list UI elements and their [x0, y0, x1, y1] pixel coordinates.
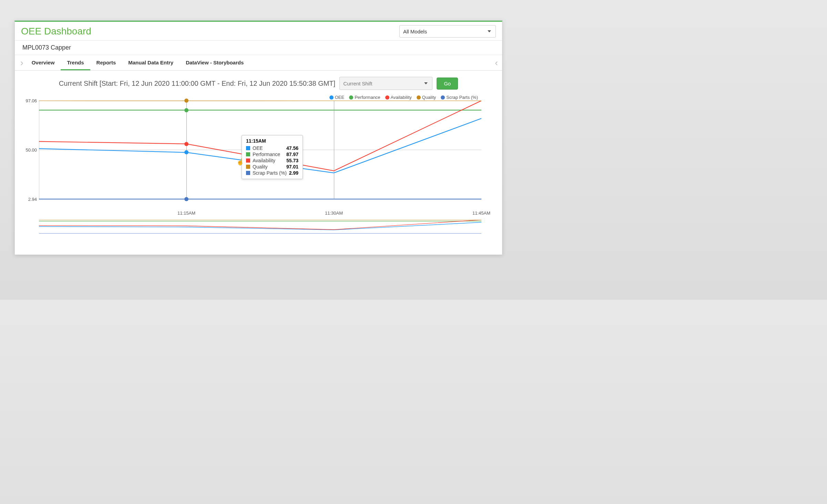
shift-range-text: Current Shift [Start: Fri, 12 Jun 2020 1… — [59, 80, 335, 88]
tooltip-label: Availability — [253, 158, 284, 163]
tooltip-label: OEE — [253, 145, 284, 151]
x-tick: 11:15AM — [177, 210, 195, 216]
tooltip-row: Availability 55.73 — [246, 157, 298, 164]
model-select[interactable] — [399, 25, 496, 38]
machine-name: MPL0073 Capper — [15, 41, 502, 55]
tooltip-swatch-icon — [246, 152, 250, 156]
tooltip-label: Scrap Parts (%) — [253, 170, 287, 176]
chart-legend: OEEPerformanceAvailabilityQualityScrap P… — [15, 93, 502, 101]
data-point — [184, 99, 188, 103]
data-point — [184, 142, 188, 146]
chevron-right-icon[interactable]: ‹ — [493, 57, 500, 69]
tooltip-row: Quality 97.01 — [246, 164, 298, 170]
x-tick: 11:45AM — [472, 210, 490, 216]
shift-row: Current Shift [Start: Fri, 12 Jun 2020 1… — [15, 71, 502, 93]
legend-item-scrap-parts-[interactable]: Scrap Parts (%) — [441, 95, 478, 100]
hover-line — [186, 101, 187, 199]
tooltip-time: 11:15AM — [246, 138, 298, 144]
main-chart[interactable]: 97.0650.002.9411:15AM11:30AM11:45AM11:15… — [39, 101, 481, 207]
tooltip-value: 47.56 — [286, 145, 298, 151]
legend-item-quality[interactable]: Quality — [417, 95, 436, 100]
x-tick: 11:30AM — [325, 210, 343, 216]
y-tick: 2.94 — [20, 197, 37, 202]
context-chart[interactable] — [39, 220, 481, 234]
tooltip-value: 2.99 — [289, 170, 298, 176]
chart-tooltip: 11:15AM OEE 47.56 Performance 87.97 Avai… — [242, 135, 303, 179]
y-tick: 50.00 — [20, 147, 37, 153]
header: OEE Dashboard — [15, 22, 502, 41]
legend-item-oee[interactable]: OEE — [329, 95, 344, 100]
cursor-icon: ☝ — [236, 158, 244, 166]
shift-select-wrap — [339, 77, 432, 90]
tab-dataview-storyboards[interactable]: DataView - Storyboards — [180, 55, 250, 70]
tooltip-row: Performance 87.97 — [246, 151, 298, 157]
y-tick: 97.06 — [20, 98, 37, 103]
tab-overview[interactable]: Overview — [25, 55, 61, 70]
legend-item-availability[interactable]: Availability — [385, 95, 412, 100]
tooltip-swatch-icon — [246, 146, 250, 150]
tab-trends[interactable]: Trends — [61, 55, 90, 70]
data-point — [184, 197, 188, 201]
data-point — [184, 108, 188, 112]
tab-manual-data-entry[interactable]: Manual Data Entry — [122, 55, 180, 70]
tooltip-swatch-icon — [246, 171, 250, 175]
tooltip-value: 97.01 — [286, 164, 298, 169]
tooltip-label: Performance — [253, 152, 284, 157]
tooltip-value: 55.73 — [286, 158, 298, 163]
model-select-wrap — [399, 25, 496, 38]
tooltip-swatch-icon — [246, 165, 250, 169]
tab-reports[interactable]: Reports — [90, 55, 122, 70]
legend-item-performance[interactable]: Performance — [349, 95, 380, 100]
tooltip-row: OEE 47.56 — [246, 145, 298, 151]
tooltip-label: Quality — [253, 164, 284, 169]
data-point — [184, 150, 188, 154]
chevron-left-icon[interactable]: › — [18, 57, 25, 69]
tooltip-swatch-icon — [246, 158, 250, 163]
tooltip-value: 87.97 — [286, 152, 298, 157]
tabs: › OverviewTrendsReportsManual Data Entry… — [15, 55, 502, 71]
shift-select[interactable] — [339, 77, 432, 90]
tooltip-row: Scrap Parts (%) 2.99 — [246, 170, 298, 176]
context-marker-line — [334, 101, 334, 199]
dashboard-panel: OEE Dashboard MPL0073 Capper › OverviewT… — [14, 21, 502, 255]
go-button[interactable]: Go — [437, 78, 458, 90]
page-title: OEE Dashboard — [21, 26, 91, 37]
